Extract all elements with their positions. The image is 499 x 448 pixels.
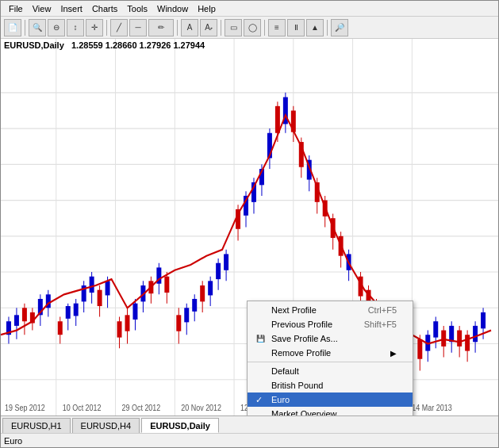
label-btn[interactable]: Aᵣ [200,19,217,36]
svg-rect-127 [465,335,470,350]
svg-rect-31 [66,306,71,319]
new-chart-btn[interactable]: 📄 [4,19,21,36]
svg-rect-41 [106,281,110,295]
svg-rect-115 [417,339,422,359]
menu-item-remove-profile[interactable]: Remove Profile ▶ [248,346,413,360]
svg-text:20 Nov 2012: 20 Nov 2012 [181,404,221,413]
tab-eurusd-h1[interactable]: EURUSD,H1 [2,418,71,433]
zoom-in-btn[interactable]: 🔍 [29,19,46,36]
previous-profile-label: Previous Profile [271,320,332,329]
next-profile-label: Next Profile [271,305,317,315]
tab-bar: EURUSD,H1 EURUSD,H4 EURUSD,Daily [1,415,498,433]
tab-eurusd-h1-label: EURUSD,H1 [11,421,62,431]
svg-text:10 Oct 2012: 10 Oct 2012 [63,404,102,413]
svg-text:14 Mar 2013: 14 Mar 2013 [412,404,451,413]
svg-rect-55 [164,277,169,293]
separator-1 [25,20,25,36]
chart-symbol: EURUSD,Daily [4,40,64,50]
ellipse-btn[interactable]: ◯ [244,19,261,36]
menu-item-market-overview[interactable]: Market Overview [248,407,413,415]
separator-3 [177,20,178,36]
svg-rect-47 [132,304,137,320]
hline-btn[interactable]: ─ [129,19,147,36]
svg-rect-43 [117,321,122,337]
separator-6 [327,20,328,36]
menu-item-save-profile[interactable]: 💾 Save Profile As... [248,331,413,346]
svg-rect-21 [22,308,27,321]
svg-rect-19 [14,315,19,326]
app-window: File View Insert Charts Tools Window Hel… [0,0,499,448]
tab-eurusd-daily-label: EURUSD,Daily [150,421,210,431]
scroll-btn[interactable]: ↕ [67,19,84,36]
svg-rect-29 [58,321,63,335]
menu-window[interactable]: Window [152,4,193,13]
menu-item-default[interactable]: Default [248,364,413,378]
menu-item-euro[interactable]: ✓ Euro [248,392,413,407]
separator-2 [106,20,107,36]
svg-rect-69 [224,254,228,270]
save-profile-label: Save Profile As... [271,334,338,343]
status-bar: Euro [1,433,498,447]
svg-rect-37 [90,277,94,293]
british-pound-label: British Pound [271,381,323,390]
separator-4 [221,20,221,36]
menu-bar: File View Insert Charts Tools Window Hel… [1,1,498,17]
menu-tools[interactable]: Tools [122,4,152,13]
menu-help[interactable]: Help [193,4,221,13]
euro-checkmark: ✓ [255,395,263,405]
tab-eurusd-h4[interactable]: EURUSD,H4 [72,418,140,433]
zoom-out-btn[interactable]: ⊖ [48,19,65,36]
fib3-btn[interactable]: ▲ [306,19,324,36]
separator-5 [264,20,265,36]
svg-rect-119 [433,321,438,337]
svg-rect-33 [74,304,79,316]
svg-rect-129 [473,326,478,342]
previous-profile-shortcut: Shift+F5 [364,320,397,329]
draw-btn[interactable]: ✏ [148,19,174,36]
svg-rect-61 [192,299,197,312]
svg-rect-67 [216,263,221,279]
svg-rect-45 [125,315,130,331]
svg-rect-65 [208,281,213,295]
menu-item-british-pound[interactable]: British Pound [248,378,413,392]
svg-rect-57 [176,315,181,331]
market-overview-label: Market Overview [271,409,337,415]
text-btn[interactable]: A [181,19,198,36]
tab-eurusd-daily[interactable]: EURUSD,Daily [141,418,219,433]
line-btn[interactable]: ╱ [110,19,128,36]
default-label: Default [271,366,299,376]
svg-rect-131 [481,312,486,328]
chart-info: EURUSD,Daily 1.28559 1.28660 1.27926 1.2… [4,40,205,50]
fib2-btn[interactable]: Ⅱ [287,19,305,36]
remove-profile-label: Remove Profile [271,348,331,358]
crosshair-btn[interactable]: ✛ [86,19,103,36]
svg-text:29 Oct 2012: 29 Oct 2012 [122,404,161,413]
remove-profile-arrow: ▶ [390,349,397,358]
toolbar: 📄 🔍 ⊖ ↕ ✛ ╱ ─ ✏ A Aᵣ ▭ ◯ ≡ Ⅱ ▲ 🔎 [1,17,498,39]
status-text: Euro [4,436,22,446]
menu-item-previous-profile[interactable]: Previous Profile Shift+F5 [248,317,413,331]
menu-view[interactable]: View [28,4,56,13]
menu-charts[interactable]: Charts [87,4,122,13]
svg-rect-39 [98,290,102,306]
next-profile-shortcut: Ctrl+F5 [368,305,397,315]
menu-separator-1 [248,362,413,362]
svg-rect-63 [200,285,205,301]
context-menu: Next Profile Ctrl+F5 Previous Profile Sh… [247,301,413,415]
chart-container: EURUSD,Daily 1.28559 1.28660 1.27926 1.2… [1,39,498,415]
tab-eurusd-h4-label: EURUSD,H4 [81,421,132,431]
menu-file[interactable]: File [4,4,28,13]
fibs-btn[interactable]: ≡ [268,19,286,36]
euro-label: Euro [271,395,290,404]
magnifier-btn[interactable]: 🔎 [331,19,348,36]
menu-insert[interactable]: Insert [56,4,87,13]
menu-item-next-profile[interactable]: Next Profile Ctrl+F5 [248,303,413,317]
save-profile-icon: 💾 [254,332,267,345]
svg-rect-59 [184,308,189,322]
svg-text:19 Sep 2012: 19 Sep 2012 [5,404,45,413]
chart-prices: 1.28559 1.28660 1.27926 1.27944 [71,40,205,50]
svg-rect-125 [457,331,462,347]
rectangle-btn[interactable]: ▭ [225,19,242,36]
